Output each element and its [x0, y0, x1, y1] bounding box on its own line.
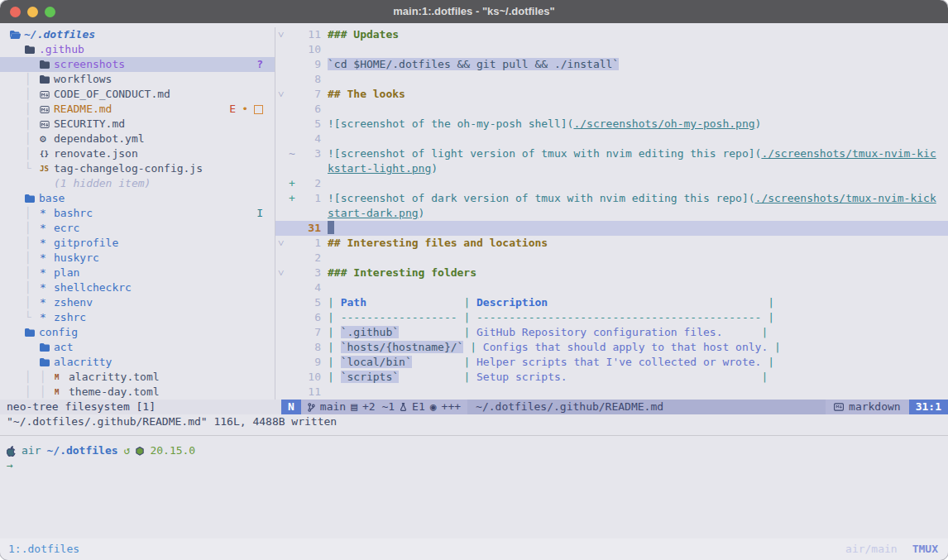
- tree-item-ecrc[interactable]: │*ecrc: [0, 221, 275, 236]
- tree-item-workflows[interactable]: │workflows: [0, 72, 275, 87]
- tree-item-gitprofile[interactable]: │*gitprofile: [0, 236, 275, 251]
- tree-item-readme.md[interactable]: │README.mdE•: [0, 102, 275, 117]
- text-segment: [412, 356, 464, 368]
- neo-tree-sidebar: ~/.dotfiles .github screenshots? │workfl…: [0, 27, 275, 400]
- line-number: 9: [299, 355, 321, 370]
- text-segment: ./screenshots/oh-my-posh.png: [573, 117, 754, 130]
- editor-line[interactable]: 7| `.github` | GitHub Repository configu…: [275, 325, 948, 340]
- fold-column: [275, 132, 289, 146]
- gutter-sign: [289, 355, 299, 370]
- editor-line[interactable]: +1![screenshot of dark version of tmux w…: [275, 191, 948, 206]
- editor-line[interactable]: 10: [275, 42, 948, 57]
- tree-item-tag-changelog-config.js[interactable]: └JStag-changelog-config.js: [0, 161, 275, 176]
- tmux-window-tab[interactable]: 1:.dotfiles: [0, 542, 79, 557]
- tree-item-theme-day.toml[interactable]: ││Mtheme-day.toml: [0, 385, 275, 400]
- star-icon: *: [40, 251, 54, 266]
- fold-column: [275, 280, 289, 295]
- tree-guide: │: [25, 266, 40, 280]
- tree-item-shellcheckrc[interactable]: │*shellcheckrc: [0, 280, 275, 295]
- tree-item-base[interactable]: base: [0, 191, 275, 206]
- editor-line[interactable]: 10| `scripts` | Setup scripts. |: [275, 370, 948, 385]
- tree-item-dependabot.yml[interactable]: │⚙dependabot.yml: [0, 132, 275, 146]
- editor-line[interactable]: 31: [275, 221, 948, 236]
- tree-item-.github[interactable]: .github: [0, 42, 275, 57]
- line-number: 8: [299, 72, 321, 87]
- editor-line[interactable]: ˅1## Interesting files and locations: [275, 236, 948, 251]
- tree-item-zshrc[interactable]: └*zshrc: [0, 310, 275, 325]
- tree-item--1-hidden-item-[interactable]: (1 hidden item): [0, 176, 275, 191]
- tree-item-label: plan: [54, 266, 79, 280]
- editor-line[interactable]: ~3![screenshot of light version of tmux …: [275, 146, 948, 161]
- diagnostics-errors: E1: [412, 400, 425, 414]
- text-segment: ------------------: [341, 311, 457, 323]
- editor-line[interactable]: ˅3### Interesting folders: [275, 266, 948, 280]
- gutter-sign: [289, 370, 299, 385]
- line-number: 2: [299, 176, 321, 191]
- fold-column: [275, 102, 289, 117]
- tree-item-config[interactable]: config: [0, 325, 275, 340]
- editor-line[interactable]: ˅11### Updates: [275, 27, 948, 42]
- line-text: ![screenshot of light version of tmux wi…: [321, 146, 936, 161]
- editor-line[interactable]: start-dark.png): [275, 206, 948, 221]
- text-segment: |: [328, 356, 341, 368]
- editor-line[interactable]: 6| ------------------ | ----------------…: [275, 310, 948, 325]
- folder-icon: [40, 343, 54, 352]
- text-segment: |: [463, 326, 476, 338]
- tree-item-renovate.json[interactable]: │{}renovate.json: [0, 146, 275, 161]
- text-segment: [567, 371, 762, 383]
- line-text: `cd $HOME/.dotfiles && git pull && ./ins…: [321, 57, 619, 72]
- tree-item-code-of-conduct.md[interactable]: │CODE_OF_CONDUCT.md: [0, 87, 275, 102]
- gutter-sign: [289, 266, 299, 280]
- line-text: ### Updates: [321, 27, 399, 42]
- editor-line[interactable]: 9`cd $HOME/.dotfiles && git pull && ./in…: [275, 57, 948, 72]
- editor-line[interactable]: ˅7## The looks: [275, 87, 948, 102]
- editor-line[interactable]: kstart-light.png): [275, 161, 948, 176]
- fold-arrow-icon[interactable]: ˅: [275, 236, 289, 251]
- editor-line[interactable]: 8: [275, 72, 948, 87]
- tree-item-security.md[interactable]: │SECURITY.md: [0, 117, 275, 132]
- editor-line[interactable]: 11: [275, 385, 948, 400]
- tree-guide: [10, 72, 25, 87]
- gutter-sign: [289, 132, 299, 146]
- editor-line[interactable]: 6: [275, 102, 948, 117]
- tree-item-huskyrc[interactable]: │*huskyrc: [0, 251, 275, 266]
- tree-guide: [10, 42, 25, 57]
- gutter-sign: [289, 117, 299, 132]
- editor-line[interactable]: 8| `hosts/{hostname}/` | Configs that sh…: [275, 340, 948, 355]
- editor-line[interactable]: 2: [275, 251, 948, 266]
- fold-arrow-icon[interactable]: ˅: [275, 87, 289, 102]
- editor-line[interactable]: 4: [275, 280, 948, 295]
- filetype-label: markdown: [849, 400, 901, 414]
- star-icon: *: [40, 280, 54, 295]
- tree-item-plan[interactable]: │*plan: [0, 266, 275, 280]
- tree-item-alacritty[interactable]: alacritty: [0, 355, 275, 370]
- git-branch-name: main: [320, 400, 346, 414]
- fold-column: [275, 191, 289, 206]
- tree-item-markers: E•: [229, 102, 263, 117]
- tree-guide: │: [25, 370, 40, 385]
- editor-line[interactable]: 5| Path | Description |: [275, 295, 948, 310]
- editor-line[interactable]: 5![screenshot of the oh-my-posh shell](.…: [275, 117, 948, 132]
- tree-item-zshenv[interactable]: │*zshenv: [0, 295, 275, 310]
- line-number: 10: [299, 42, 321, 57]
- editor-line[interactable]: +2: [275, 176, 948, 191]
- tree-item-screenshots[interactable]: screenshots?: [0, 57, 275, 72]
- tree-item-alacritty.toml[interactable]: ││Malacritty.toml: [0, 370, 275, 385]
- line-number: 11: [299, 27, 321, 42]
- editor-line[interactable]: 9| `local/bin` | Helper scripts that I'v…: [275, 355, 948, 370]
- line-text: ## The looks: [321, 87, 405, 102]
- text-segment: GitHub Repository configuration files.: [476, 326, 722, 338]
- tree-item--.dotfiles[interactable]: ~/.dotfiles: [0, 27, 275, 42]
- shell-pane[interactable]: air ~/.dotfiles ↺ 20.15.0 →: [0, 436, 948, 538]
- node-icon: [136, 447, 144, 456]
- gutter-sign: [289, 221, 299, 236]
- editor-buffer[interactable]: ˅11### Updates109`cd $HOME/.dotfiles && …: [275, 27, 948, 400]
- nvim-area: ~/.dotfiles .github screenshots? │workfl…: [0, 23, 948, 400]
- editor-line[interactable]: 4: [275, 132, 948, 146]
- fold-arrow-icon[interactable]: ˅: [275, 266, 289, 280]
- tree-item-bashrc[interactable]: │*bashrcI: [0, 206, 275, 221]
- tree-guide: │: [25, 87, 40, 102]
- line-text: | Path | Description |: [321, 295, 774, 310]
- tree-item-act[interactable]: act: [0, 340, 275, 355]
- fold-arrow-icon[interactable]: ˅: [275, 27, 289, 42]
